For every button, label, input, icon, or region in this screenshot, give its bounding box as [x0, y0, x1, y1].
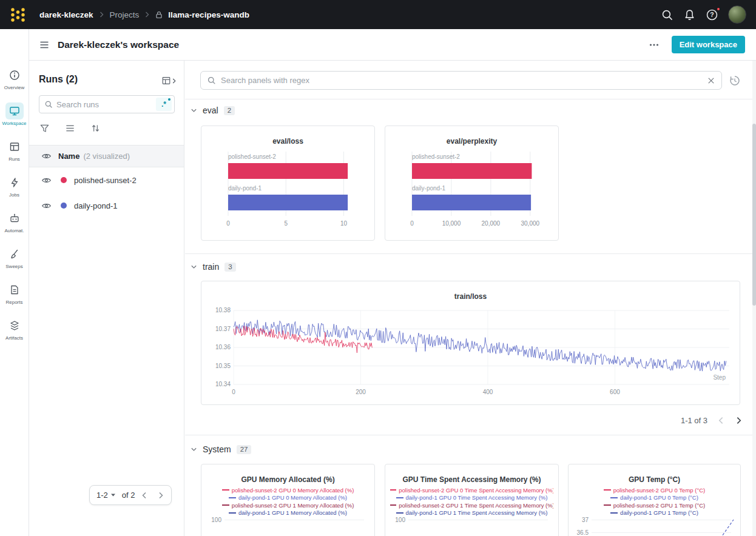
svg-text:10.35: 10.35	[215, 363, 231, 369]
expand-runs-table-button[interactable]	[161, 76, 177, 85]
rail-item-artifacts[interactable]: Artifacts	[0, 317, 29, 341]
chevron-down-icon	[191, 446, 197, 453]
run-color-dot	[61, 177, 67, 183]
panel-gpu-time[interactable]: GPU Time Spent Accessing Memory (%) poli…	[385, 464, 559, 536]
rail-item-overview[interactable]: Overview	[0, 67, 29, 90]
legend-dash-icon	[610, 512, 618, 514]
table-icon	[5, 138, 24, 155]
svg-text:0: 0	[410, 220, 414, 227]
svg-text:100: 100	[395, 517, 405, 523]
clear-search-icon[interactable]	[707, 76, 715, 85]
sort-icon[interactable]	[90, 123, 101, 133]
chevron-right-icon[interactable]	[157, 492, 164, 499]
svg-text:polished-sunset-2: polished-sunset-2	[228, 153, 276, 160]
eye-icon[interactable]	[41, 201, 52, 211]
chevron-right-icon[interactable]	[735, 417, 743, 424]
run-name[interactable]: polished-sunset-2	[74, 176, 137, 185]
svg-text:600: 600	[610, 389, 620, 395]
panel-gpu-temp[interactable]: GPU Temp (°C) polished-sunset-2 GPU 0 Te…	[568, 464, 741, 536]
chevron-left-icon[interactable]	[141, 492, 148, 499]
panel-gpu-memory[interactable]: GPU Memory Allocated (%) polished-sunset…	[201, 464, 375, 536]
chevron-right-icon	[99, 11, 104, 18]
search-icon[interactable]	[661, 8, 673, 21]
section-count-badge: 27	[237, 445, 252, 454]
regex-toggle-button[interactable]: .*	[156, 98, 172, 111]
panel-search-input[interactable]	[221, 76, 707, 85]
rail-item-label: Sweeps	[5, 264, 22, 269]
eval-loss-bar-chart: 0510polished-sunset-2daily-pond-1	[209, 148, 368, 235]
legend-dash-icon	[396, 512, 403, 514]
scrollbar-thumb[interactable]	[752, 124, 756, 306]
legend-item: polished-sunset-2 GPU 1 Memory Allocated…	[206, 501, 370, 509]
filter-icon[interactable]	[39, 123, 50, 133]
train-loss-line-chart: 020040060010.3410.3510.3610.3710.38Step	[209, 306, 734, 403]
legend-item: daily-pond-1 GPU 0 Time Spent Accessing …	[390, 494, 553, 502]
left-rail: Overview Workspace Runs Jobs Automat. Sw…	[0, 29, 29, 536]
artifacts-icon	[5, 317, 24, 334]
section-divider	[185, 253, 756, 254]
runs-search-input[interactable]	[56, 100, 156, 109]
legend-label: daily-pond-1 GPU 0 Time Spent Accessing …	[406, 494, 548, 501]
page-range-dropdown[interactable]: 1-2	[96, 491, 108, 500]
search-icon	[44, 100, 53, 109]
svg-text:10,000: 10,000	[442, 220, 461, 227]
rail-item-workspace[interactable]: Workspace	[0, 102, 29, 126]
rail-item-sweeps[interactable]: Sweeps	[0, 246, 29, 269]
chevron-right-icon	[172, 78, 177, 84]
visualized-count: (2 visualized)	[83, 152, 130, 161]
rail-item-jobs[interactable]: Jobs	[0, 174, 29, 198]
notifications-bell-icon[interactable]	[683, 8, 696, 21]
svg-text:10: 10	[340, 220, 348, 227]
rail-item-automations[interactable]: Automat.	[0, 210, 29, 233]
section-header-train[interactable]: train 3	[191, 262, 236, 272]
legend-dash-icon	[222, 489, 229, 491]
legend-label: polished-sunset-2 GPU 1 Temp (°C)	[613, 502, 705, 509]
breadcrumb-projects[interactable]: Projects	[110, 10, 140, 19]
history-icon[interactable]	[729, 75, 741, 87]
runs-table-header: Name (2 visualized)	[29, 145, 184, 167]
panel-train-loss[interactable]: train/loss 020040060010.3410.3510.3610.3…	[201, 281, 740, 405]
sweeps-icon	[5, 246, 24, 263]
scrollbar-track[interactable]	[752, 61, 756, 536]
edit-workspace-button[interactable]: Edit workspace	[672, 36, 745, 53]
run-row[interactable]: polished-sunset-2	[29, 167, 184, 193]
runs-panel-title: Runs (2)	[39, 74, 78, 85]
section-divider	[185, 435, 756, 435]
breadcrumb-project[interactable]: llama-recipes-wandb	[168, 10, 249, 19]
section-header-eval[interactable]: eval 2	[191, 106, 235, 115]
rail-item-runs[interactable]: Runs	[0, 138, 29, 162]
svg-text:5: 5	[284, 220, 288, 227]
group-icon[interactable]	[65, 123, 75, 133]
rail-item-reports[interactable]: Reports	[0, 281, 29, 305]
chart-legend: polished-sunset-2 GPU 0 Memory Allocated…	[206, 486, 370, 517]
panel-eval-loss[interactable]: eval/loss 0510polished-sunset-2daily-pon…	[201, 126, 375, 241]
wandb-logo[interactable]	[10, 7, 26, 23]
section-header-system[interactable]: System 27	[191, 444, 251, 454]
eval-perplexity-bar-chart: 010,00020,00030,000polished-sunset-2dail…	[393, 148, 552, 235]
name-column-header[interactable]: Name	[58, 152, 79, 161]
runs-sidebar: Runs (2) .* Name (2 visualized) polished…	[29, 61, 184, 536]
run-name[interactable]: daily-pond-1	[74, 201, 118, 210]
legend-label: polished-sunset-2 GPU 0 Temp (°C)	[613, 487, 705, 494]
svg-text:10.36: 10.36	[215, 344, 231, 350]
caret-down-icon[interactable]	[110, 492, 116, 498]
eye-icon[interactable]	[41, 175, 52, 186]
svg-text:20,000: 20,000	[482, 220, 501, 227]
breadcrumb-user[interactable]: darek-kleczek	[39, 10, 93, 19]
svg-text:Step: Step	[713, 374, 726, 381]
overflow-menu-icon[interactable]	[649, 39, 660, 50]
chart-title: GPU Temp (°C)	[569, 475, 740, 484]
rail-item-label: Runs	[8, 156, 20, 162]
rail-item-label: Automat.	[4, 228, 24, 233]
legend-item: daily-pond-1 GPU 0 Temp (°C)	[573, 494, 735, 502]
legend-item: polished-sunset-2 GPU 1 Time Spent Acces…	[390, 501, 553, 509]
run-row[interactable]: daily-pond-1	[29, 193, 184, 218]
chevron-left-icon[interactable]	[717, 417, 725, 424]
panel-eval-perplexity[interactable]: eval/perplexity 010,00020,00030,000polis…	[385, 126, 559, 241]
legend-item: polished-sunset-2 GPU 0 Memory Allocated…	[206, 486, 370, 494]
menu-icon[interactable]	[39, 39, 50, 50]
help-icon[interactable]: ?	[706, 8, 718, 21]
eye-icon[interactable]	[41, 151, 52, 161]
avatar[interactable]	[728, 5, 746, 24]
legend-item: polished-sunset-2 GPU 0 Temp (°C)	[573, 486, 735, 494]
